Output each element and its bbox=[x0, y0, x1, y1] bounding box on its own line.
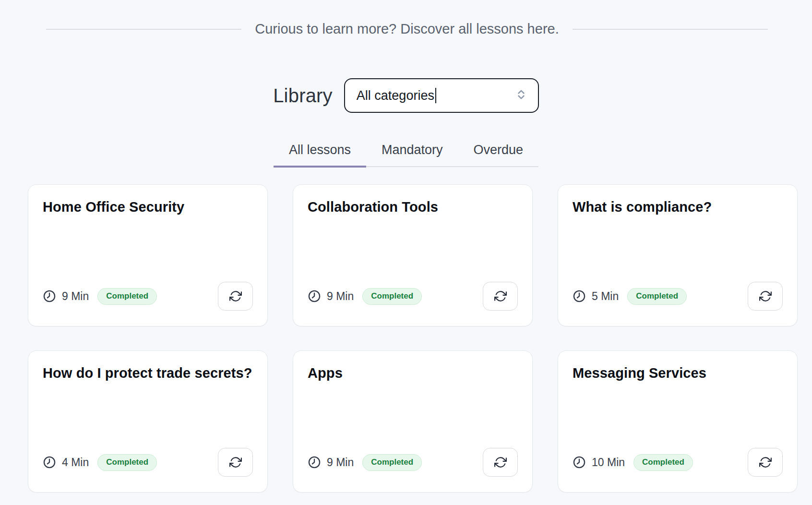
refresh-icon bbox=[229, 290, 242, 302]
clock-icon bbox=[573, 456, 586, 469]
refresh-icon bbox=[759, 290, 772, 302]
divider-line-left bbox=[46, 29, 241, 30]
refresh-icon bbox=[229, 456, 242, 469]
tab-all-lessons[interactable]: All lessons bbox=[274, 143, 366, 168]
lesson-tabs: All lessons Mandatory Overdue bbox=[274, 143, 538, 167]
clock-icon bbox=[573, 289, 586, 303]
refresh-icon bbox=[759, 456, 772, 469]
retry-button[interactable] bbox=[218, 282, 253, 311]
lesson-duration: 5 Min bbox=[592, 290, 619, 303]
lesson-card[interactable]: Messaging Services 10 Min Completed bbox=[558, 350, 798, 493]
tab-mandatory[interactable]: Mandatory bbox=[366, 143, 458, 168]
lesson-title: Collaboration Tools bbox=[308, 199, 518, 215]
retry-button[interactable] bbox=[483, 448, 518, 477]
status-badge: Completed bbox=[97, 288, 157, 305]
discover-prompt: Curious to learn more? Discover all less… bbox=[255, 21, 559, 37]
lesson-title: Messaging Services bbox=[573, 365, 783, 381]
lesson-title: How do I protect trade secrets? bbox=[43, 365, 253, 381]
text-cursor bbox=[435, 88, 436, 103]
library-page: Curious to learn more? Discover all less… bbox=[0, 21, 812, 493]
lesson-grid: Home Office Security 9 Min Completed bbox=[28, 184, 798, 493]
library-header: Library All categories bbox=[0, 78, 812, 113]
refresh-icon bbox=[494, 456, 507, 469]
category-select-value: All categories bbox=[357, 88, 434, 103]
lesson-card-footer: 9 Min Completed bbox=[308, 282, 518, 311]
lesson-card-footer: 10 Min Completed bbox=[573, 448, 783, 477]
lesson-duration: 9 Min bbox=[327, 456, 354, 469]
retry-button[interactable] bbox=[218, 448, 253, 477]
lesson-duration: 10 Min bbox=[592, 456, 625, 469]
category-select[interactable]: All categories bbox=[344, 78, 539, 113]
lesson-card-footer: 4 Min Completed bbox=[43, 448, 253, 477]
retry-button[interactable] bbox=[748, 448, 783, 477]
lesson-duration: 9 Min bbox=[62, 290, 89, 303]
discover-divider: Curious to learn more? Discover all less… bbox=[46, 21, 768, 37]
retry-button[interactable] bbox=[483, 282, 518, 311]
tabs-wrap: All lessons Mandatory Overdue bbox=[0, 143, 812, 167]
refresh-icon bbox=[494, 290, 507, 302]
tab-overdue[interactable]: Overdue bbox=[458, 143, 539, 168]
status-badge: Completed bbox=[362, 288, 422, 305]
lesson-card[interactable]: Collaboration Tools 9 Min Completed bbox=[293, 184, 533, 326]
lesson-card[interactable]: Apps 9 Min Completed bbox=[293, 350, 533, 493]
lesson-card[interactable]: What is compliance? 5 Min Completed bbox=[558, 184, 798, 326]
clock-icon bbox=[308, 289, 321, 303]
lesson-title: Apps bbox=[308, 365, 518, 381]
divider-line-right bbox=[573, 29, 768, 30]
lesson-duration: 9 Min bbox=[327, 290, 354, 303]
clock-icon bbox=[43, 456, 56, 469]
lesson-duration: 4 Min bbox=[62, 456, 89, 469]
status-badge: Completed bbox=[362, 454, 422, 471]
retry-button[interactable] bbox=[748, 282, 783, 311]
status-badge: Completed bbox=[97, 454, 157, 471]
lesson-card[interactable]: How do I protect trade secrets? 4 Min Co… bbox=[28, 350, 268, 493]
lesson-title: What is compliance? bbox=[573, 199, 783, 215]
lesson-card[interactable]: Home Office Security 9 Min Completed bbox=[28, 184, 268, 326]
lesson-title: Home Office Security bbox=[43, 199, 253, 215]
lesson-card-footer: 9 Min Completed bbox=[308, 448, 518, 477]
lesson-card-footer: 9 Min Completed bbox=[43, 282, 253, 311]
status-badge: Completed bbox=[633, 454, 693, 471]
clock-icon bbox=[43, 289, 56, 303]
clock-icon bbox=[308, 456, 321, 469]
page-title: Library bbox=[273, 85, 333, 107]
chevron-up-down-icon bbox=[515, 88, 527, 103]
lesson-card-footer: 5 Min Completed bbox=[573, 282, 783, 311]
status-badge: Completed bbox=[627, 288, 687, 305]
